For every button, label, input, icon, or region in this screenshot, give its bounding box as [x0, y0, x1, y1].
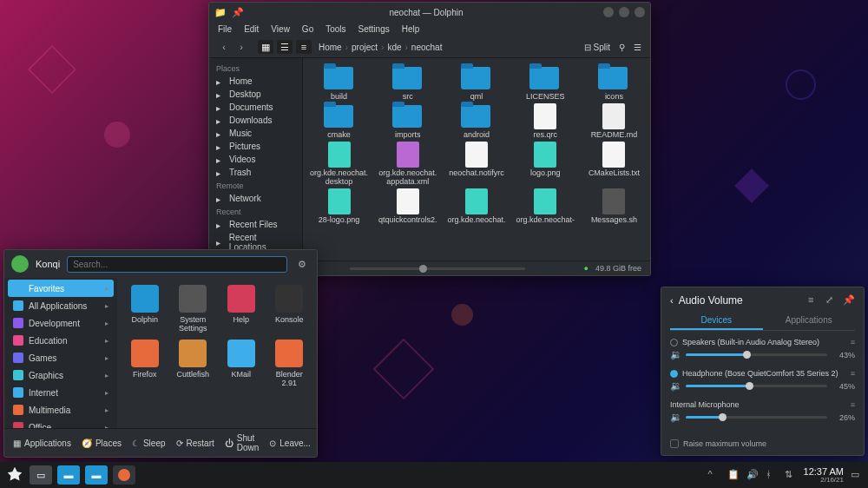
breadcrumb-segment[interactable]: project — [352, 43, 378, 52]
places-item[interactable]: ▸Videos — [209, 153, 302, 166]
maximize-button[interactable] — [619, 7, 629, 17]
app-help[interactable]: Help — [220, 285, 262, 333]
category-graphics[interactable]: Graphics▸ — [4, 366, 117, 384]
file-item[interactable]: README.md — [582, 103, 647, 140]
menu-view[interactable]: View — [271, 24, 290, 34]
file-item[interactable]: 28-logo.png — [306, 188, 372, 225]
view-details-button[interactable]: ≡ — [296, 40, 312, 54]
file-item[interactable]: Messages.sh — [582, 188, 647, 225]
view-icons-button[interactable]: ▦ — [258, 40, 273, 54]
app-system-settings[interactable]: System Settings — [173, 285, 214, 333]
app-launcher-icon[interactable] — [5, 465, 24, 485]
app-kmail[interactable]: KMail — [220, 340, 262, 387]
file-item[interactable]: neochat.notifyrc — [444, 142, 509, 187]
category-education[interactable]: Education▸ — [4, 332, 117, 349]
restart-button[interactable]: ⟳ Restart — [176, 439, 214, 448]
shutdown-button[interactable]: ⏻ Shut Down — [225, 433, 260, 452]
tab-devices[interactable]: Devices — [670, 312, 763, 330]
close-button[interactable] — [635, 7, 645, 17]
category-internet[interactable]: Internet▸ — [4, 384, 117, 401]
leave-button[interactable]: ⊙ Leave... — [269, 439, 311, 448]
device-menu-icon[interactable]: ≡ — [851, 400, 855, 409]
menu-tools[interactable]: Tools — [326, 24, 345, 34]
menu-file[interactable]: File — [218, 24, 232, 34]
back-icon[interactable]: ‹ — [670, 295, 674, 306]
speaker-icon[interactable]: 🔉 — [670, 380, 681, 392]
task-firefox[interactable] — [113, 465, 135, 485]
breadcrumb-segment[interactable]: kde — [387, 43, 401, 52]
file-item[interactable]: qml — [444, 65, 509, 102]
split-button[interactable]: ⊟ Split — [584, 43, 610, 52]
configure-icon[interactable]: ⚙ — [294, 256, 310, 272]
pin-icon[interactable]: 📌 — [232, 7, 244, 18]
places-item[interactable]: ▸Network — [209, 192, 302, 205]
file-item[interactable]: src — [375, 65, 440, 102]
list-icon[interactable]: ≡ — [808, 294, 820, 307]
category-office[interactable]: Office▸ — [4, 419, 117, 428]
category-all-applications[interactable]: All Applications▸ — [4, 297, 117, 314]
network-icon[interactable]: ⇅ — [785, 469, 797, 481]
volume-slider[interactable] — [686, 353, 827, 356]
task-pager[interactable]: ▭ — [30, 465, 52, 485]
app-dolphin[interactable]: Dolphin — [124, 285, 166, 333]
file-item[interactable]: res.qrc — [513, 103, 578, 140]
clipboard-icon[interactable]: 📋 — [727, 469, 740, 481]
file-item[interactable]: qtquickcontrols2. — [375, 188, 440, 225]
file-item[interactable]: org.kde.neochat.appdata.xml — [375, 142, 440, 187]
expand-icon[interactable]: ⤢ — [825, 294, 838, 307]
places-item[interactable]: ▸Documents — [209, 101, 302, 114]
menu-icon[interactable]: ☰ — [634, 43, 641, 52]
zoom-slider[interactable] — [350, 267, 525, 270]
file-item[interactable]: org.kde.neochat.desktop — [306, 142, 372, 187]
app-blender-2-91[interactable]: Blender 2.91 — [269, 340, 311, 387]
places-item[interactable]: ▸Home — [209, 75, 302, 88]
file-item[interactable]: android — [444, 103, 509, 140]
category-games[interactable]: Games▸ — [4, 349, 117, 366]
category-favorites[interactable]: Favorites▸ — [8, 280, 114, 297]
speaker-icon[interactable]: 🔉 — [670, 349, 681, 360]
menu-settings[interactable]: Settings — [358, 24, 390, 34]
task-dolphin[interactable]: ▬ — [57, 465, 80, 485]
file-item[interactable]: CMakeLists.txt — [582, 142, 647, 187]
volume-icon[interactable]: 🔊 — [746, 469, 759, 481]
tab-applications[interactable]: Applications — [763, 312, 856, 330]
pin-icon[interactable]: 📌 — [843, 294, 855, 307]
forward-button[interactable]: › — [235, 41, 247, 53]
file-item[interactable]: logo.png — [513, 142, 578, 187]
file-item[interactable]: org.kde.neochat. — [444, 188, 509, 225]
places-item[interactable]: ▸Pictures — [209, 140, 302, 153]
menu-help[interactable]: Help — [402, 24, 420, 34]
file-item[interactable]: org.kde.neochat- — [513, 188, 578, 225]
file-item[interactable]: cmake — [306, 103, 372, 140]
applications-tab[interactable]: ▦ Applications — [13, 439, 71, 448]
raise-max-checkbox[interactable]: Raise maximum volume — [670, 439, 855, 448]
app-firefox[interactable]: Firefox — [124, 340, 166, 387]
search-input[interactable] — [67, 256, 287, 273]
device-menu-icon[interactable]: ≡ — [851, 369, 855, 378]
places-item[interactable]: ▸Downloads — [209, 114, 302, 127]
volume-slider[interactable] — [686, 385, 827, 387]
search-icon[interactable]: ⚲ — [619, 43, 625, 52]
volume-slider[interactable] — [686, 416, 827, 419]
device-radio[interactable] — [670, 339, 678, 346]
app-cuttlefish[interactable]: Cuttlefish — [173, 340, 214, 387]
sleep-button[interactable]: ☾ Sleep — [132, 439, 166, 448]
places-item[interactable]: ▸Recent Files — [209, 218, 302, 231]
breadcrumb[interactable]: Home›project›kde›neochat — [319, 43, 442, 52]
avatar[interactable] — [11, 255, 29, 273]
places-item[interactable]: ▸Desktop — [209, 88, 302, 101]
category-multimedia[interactable]: Multimedia▸ — [4, 401, 117, 419]
category-development[interactable]: Development▸ — [4, 314, 117, 332]
breadcrumb-segment[interactable]: Home — [319, 43, 342, 52]
view-compact-button[interactable]: ☰ — [277, 40, 293, 54]
breadcrumb-segment[interactable]: neochat — [411, 43, 443, 52]
device-menu-icon[interactable]: ≡ — [851, 338, 855, 346]
file-item[interactable]: icons — [582, 65, 647, 102]
places-tab[interactable]: 🧭 Places — [82, 439, 122, 448]
back-button[interactable]: ‹ — [218, 41, 230, 53]
tray-expand-icon[interactable]: ^ — [708, 469, 720, 481]
file-item[interactable]: build — [306, 65, 372, 102]
show-desktop-icon[interactable]: ▭ — [851, 469, 863, 481]
task-files[interactable]: ▬ — [85, 465, 108, 485]
places-item[interactable]: ▸Music — [209, 127, 302, 140]
